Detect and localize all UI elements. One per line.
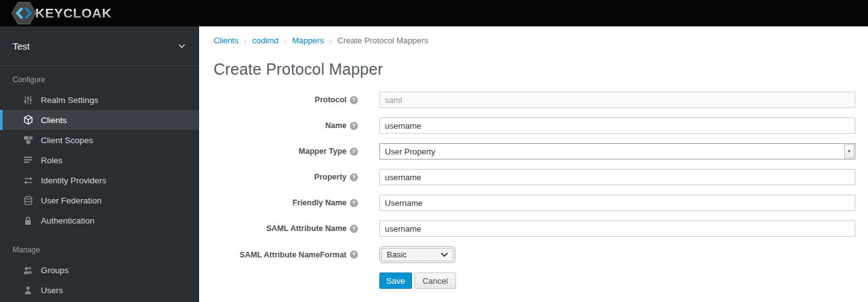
form-row-name: Name ? [214,117,855,134]
lock-icon [23,215,33,225]
field-label: Mapper Type [299,147,347,156]
users-icon [23,265,33,275]
sidebar-item-client-scopes[interactable]: Client Scopes [0,130,199,150]
keycloak-hexagon-icon [11,1,36,25]
field-label: SAML Attribute Name [266,224,347,233]
sidebar-item-label: Client Scopes [41,136,93,145]
field-label: Friendly Name [293,198,347,207]
breadcrumb-link-clients[interactable]: Clients [214,36,239,45]
sidebar-item-label: Identity Providers [41,176,106,185]
chevron-down-icon [178,44,185,48]
cube-icon [23,115,33,125]
exchange-arrows-icon [23,175,33,185]
sliders-icon [23,95,33,105]
realm-selector[interactable]: Test [0,26,199,66]
form-row-mapper-type: Mapper Type ? User Property ▼ [214,143,855,159]
sidebar-item-label: Groups [41,266,68,275]
realm-name: Test [13,41,30,51]
field-label: Property [314,173,346,181]
form-row-friendly-name: Friendly Name ? [214,195,855,211]
breadcrumb-separator: › [244,37,247,45]
save-button[interactable]: Save [379,272,412,289]
logo-text: KEYCLOAK [35,6,112,21]
configure-section-label: Configure [0,75,199,84]
form-row-nameformat: SAML Attribute NameFormat ? Basic [214,246,855,263]
sidebar-item-label: User Federation [41,196,102,205]
create-mapper-form: Protocol ? Name ? Mapper Type ? [214,92,855,289]
main-content: Clients › codimd › Mappers › Create Prot… [199,26,868,302]
sidebar-item-label: Authentication [41,216,95,225]
help-icon[interactable]: ? [350,96,358,104]
sidebar-item-users[interactable]: Users [0,280,199,300]
form-row-saml-attribute-name: SAML Attribute Name ? [214,220,855,237]
friendly-name-input[interactable] [379,195,855,211]
help-icon[interactable]: ? [350,199,358,207]
sidebar-item-label: Users [41,286,63,295]
help-icon[interactable]: ? [350,251,358,259]
sidebar-item-realm-settings[interactable]: Realm Settings [0,90,199,110]
field-label: Name [325,121,347,130]
mapper-type-selected-value: User Property [385,147,435,156]
breadcrumb-link-mappers[interactable]: Mappers [292,36,324,45]
form-row-property: Property ? [214,169,855,185]
breadcrumb-separator: › [330,37,332,45]
page-title: Create Protocol Mapper [214,60,855,78]
sidebar-item-label: Clients [41,116,67,125]
nameformat-select[interactable]: Basic [379,246,455,263]
field-label: Protocol [315,95,347,104]
breadcrumb: Clients › codimd › Mappers › Create Prot… [214,36,855,45]
nameformat-selected-value: Basic [387,250,407,259]
form-row-protocol: Protocol ? [214,92,855,108]
chevron-down-icon [440,252,448,257]
keycloak-logo: KEYCLOAK [11,1,112,25]
saml-attribute-name-input[interactable] [379,220,855,237]
select-arrow-icon: ▼ [844,144,854,158]
help-icon[interactable]: ? [350,122,358,130]
list-icon [23,155,33,165]
breadcrumb-current: Create Protocol Mappers [337,36,428,45]
database-icon [23,195,33,205]
property-input[interactable] [379,169,855,185]
breadcrumb-separator: › [284,37,286,45]
sidebar-item-user-federation[interactable]: User Federation [0,190,199,210]
protocol-input [379,92,855,108]
field-label: SAML Attribute NameFormat [240,251,347,259]
sidebar-item-identity-providers[interactable]: Identity Providers [0,170,199,190]
sidebar-item-authentication[interactable]: Authentication [0,210,199,230]
name-input[interactable] [379,117,855,134]
sidebar-item-groups[interactable]: Groups [0,260,199,280]
help-icon[interactable]: ? [350,225,358,233]
user-icon [23,285,33,295]
help-icon[interactable]: ? [350,173,358,181]
sidebar-item-roles[interactable]: Roles [0,150,199,170]
cancel-button[interactable]: Cancel [415,272,456,289]
form-button-row: Save Cancel [379,272,855,289]
cubes-icon [23,135,33,145]
sidebar: Test Configure Realm Settings [0,26,199,302]
sidebar-item-label: Realm Settings [41,95,99,105]
sidebar-item-clients[interactable]: Clients [0,110,199,130]
breadcrumb-link-codimd[interactable]: codimd [252,36,278,45]
sidebar-item-label: Roles [41,156,63,165]
manage-section-label: Manage [0,245,199,254]
mapper-type-select[interactable]: User Property ▼ [379,143,855,159]
top-bar: KEYCLOAK [0,0,868,26]
help-icon[interactable]: ? [350,148,358,156]
